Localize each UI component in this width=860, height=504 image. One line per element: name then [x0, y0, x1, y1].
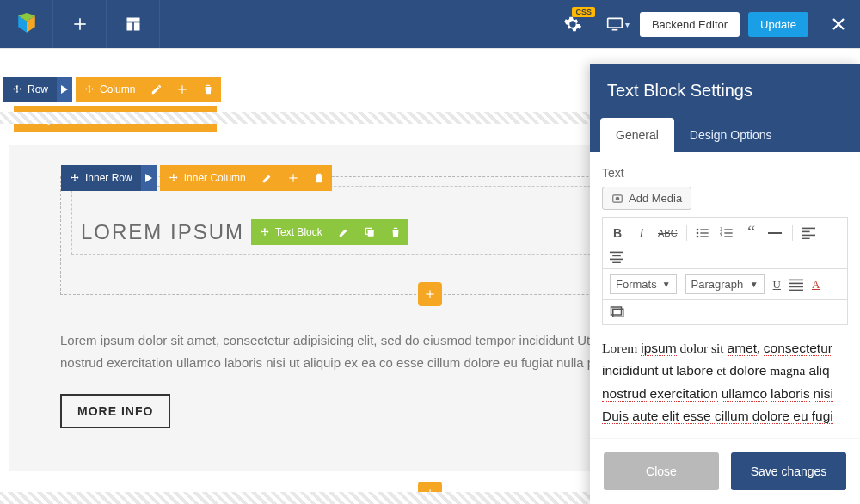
svg-rect-13	[700, 232, 708, 233]
svg-rect-25	[802, 234, 815, 236]
edit-icon[interactable]	[144, 77, 169, 102]
inner-row-label: Inner Row	[85, 172, 132, 184]
paragraph-select[interactable]: Paragraph ▼	[685, 274, 765, 294]
align-left-icon[interactable]	[802, 227, 817, 239]
add-media-label: Add Media	[629, 192, 682, 205]
close-editor-icon[interactable]	[817, 0, 860, 48]
column-label: Column	[100, 83, 135, 95]
svg-rect-29	[610, 259, 624, 261]
svg-rect-11	[700, 229, 708, 230]
hr-icon[interactable]	[768, 230, 783, 236]
responsive-icon[interactable]: ▾	[597, 0, 640, 48]
align-center-icon[interactable]	[610, 251, 625, 263]
inner-row-expand-icon[interactable]	[141, 165, 157, 191]
topbar: CSS ▾ Backend Editor Update	[0, 0, 860, 48]
svg-rect-34	[789, 289, 803, 290]
update-button[interactable]: Update	[748, 12, 808, 37]
delete-icon[interactable]	[383, 219, 408, 245]
svg-point-10	[696, 228, 698, 230]
wysiwyg-toolbar-row1: B I ABC 123 “	[602, 217, 848, 269]
svg-rect-21	[724, 236, 732, 237]
svg-rect-23	[802, 227, 815, 229]
settings-gear-icon[interactable]: CSS	[549, 0, 597, 48]
panel-tabs: General Design Options	[590, 118, 860, 152]
svg-point-14	[696, 235, 698, 237]
svg-text:3: 3	[720, 234, 722, 238]
delete-icon[interactable]	[306, 165, 332, 191]
delete-icon[interactable]	[195, 77, 221, 102]
numbered-list-icon[interactable]: 123	[720, 227, 735, 239]
edit-icon[interactable]	[331, 219, 357, 245]
svg-rect-32	[789, 282, 803, 284]
add-element-icon[interactable]	[53, 0, 107, 48]
underline-icon[interactable]: U	[773, 278, 781, 292]
bulleted-list-icon[interactable]	[696, 227, 711, 239]
vc-logo[interactable]	[0, 0, 53, 48]
move-icon	[260, 227, 270, 237]
move-icon	[169, 173, 179, 183]
align-justify-icon[interactable]	[789, 279, 803, 291]
row-label: Row	[28, 83, 48, 95]
text-block-label: Text Block	[275, 226, 322, 238]
media-icon	[611, 193, 624, 205]
panel-title: Text Block Settings	[590, 64, 860, 118]
more-info-button[interactable]: MORE INFO	[60, 394, 170, 428]
svg-rect-28	[612, 255, 621, 257]
row-expand-icon[interactable]	[57, 77, 72, 102]
move-icon	[70, 173, 80, 183]
edit-icon[interactable]	[255, 165, 280, 191]
editor-content[interactable]: Lorem ipsum dolor sit amet, consectetur …	[602, 337, 848, 427]
move-icon	[84, 84, 95, 95]
heading: LOREM IPSUM	[81, 220, 244, 244]
column-control[interactable]: Column	[76, 77, 221, 102]
wysiwyg-toolbar-row3	[602, 300, 848, 325]
row-control[interactable]: Row	[3, 77, 72, 102]
text-field-label: Text	[602, 166, 848, 180]
bold-icon[interactable]: B	[610, 226, 625, 240]
blockquote-icon[interactable]: “	[744, 223, 759, 243]
formats-select[interactable]: Formats ▼	[610, 274, 677, 294]
strike-icon[interactable]: ABC	[658, 228, 678, 238]
settings-panel: Text Block Settings General Design Optio…	[590, 64, 860, 504]
tab-design-options[interactable]: Design Options	[674, 118, 788, 152]
close-button[interactable]: Close	[604, 452, 719, 490]
svg-rect-15	[700, 236, 708, 237]
clone-icon[interactable]	[357, 219, 383, 245]
svg-rect-33	[789, 286, 803, 287]
svg-rect-3	[608, 18, 623, 28]
svg-rect-6	[367, 230, 373, 237]
svg-rect-0	[126, 18, 139, 22]
svg-rect-1	[126, 22, 132, 30]
svg-rect-30	[612, 262, 621, 263]
svg-rect-26	[802, 237, 810, 238]
svg-point-8	[616, 196, 620, 200]
css-badge: CSS	[572, 7, 595, 17]
add-element-badge[interactable]	[418, 282, 442, 306]
backend-editor-button[interactable]: Backend Editor	[640, 12, 740, 37]
wysiwyg-toolbar-row2: Formats ▼ Paragraph ▼ U A	[602, 269, 848, 300]
text-color-icon[interactable]: A	[812, 278, 820, 292]
svg-rect-31	[789, 279, 803, 280]
svg-rect-19	[724, 232, 732, 233]
svg-rect-2	[133, 22, 139, 30]
inner-column-control[interactable]: Inner Column	[160, 165, 332, 191]
templates-icon[interactable]	[107, 0, 160, 48]
add-media-button[interactable]: Add Media	[602, 187, 691, 210]
inner-column-label: Inner Column	[184, 172, 246, 184]
svg-rect-27	[610, 252, 624, 254]
panel-footer: Close Save changes	[590, 438, 860, 504]
italic-icon[interactable]: I	[634, 226, 649, 240]
svg-point-12	[696, 231, 698, 234]
move-icon	[12, 84, 22, 95]
svg-rect-17	[724, 229, 732, 230]
save-changes-button[interactable]: Save changes	[731, 452, 846, 490]
svg-rect-22	[768, 232, 782, 234]
tab-general[interactable]: General	[600, 118, 674, 152]
svg-rect-24	[802, 230, 810, 232]
add-icon[interactable]	[280, 165, 306, 191]
inner-row-control[interactable]: Inner Row	[61, 165, 157, 191]
text-block-control[interactable]: Text Block	[251, 219, 408, 245]
gallery-icon[interactable]	[610, 305, 840, 319]
add-icon[interactable]	[169, 77, 195, 102]
